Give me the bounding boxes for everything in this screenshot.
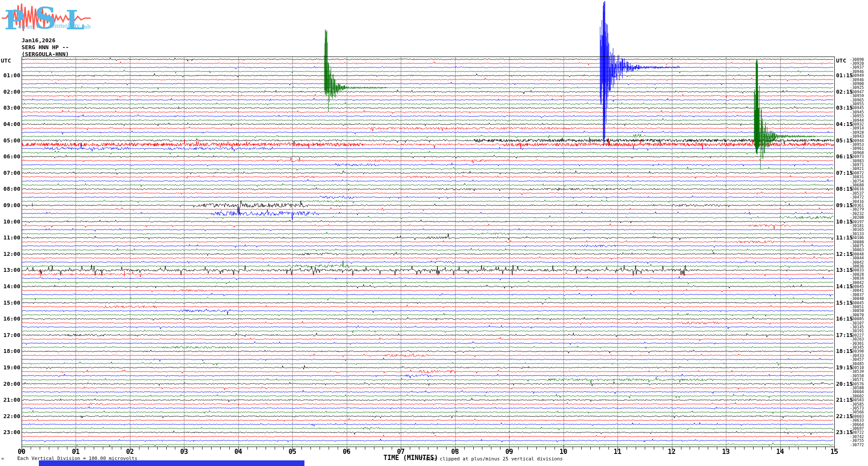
header-station: SERG HNN HP -- [22, 44, 69, 51]
left-hour-label: 21:00 [3, 397, 20, 403]
x-axis-tick-label: 00 [18, 448, 25, 456]
left-hour-label: 10:00 [3, 218, 20, 225]
x-axis-tick-label: 13 [722, 448, 730, 456]
footer-clip-note: Traces clipped at plus/minus 25 vertical… [420, 456, 563, 462]
logo-word-atras: atras [18, 23, 33, 30]
x-axis-tick-label: 10 [560, 448, 567, 456]
x-axis-tick-label: 09 [505, 448, 513, 456]
header-date: Jan16,2026 [22, 37, 69, 44]
left-hour-label: 08:00 [3, 186, 20, 192]
x-axis-tick-label: 15 [830, 448, 838, 456]
logo-letter-l: L [66, 4, 85, 35]
x-axis-tick-label: 01 [72, 448, 79, 456]
left-hour-label: 22:00 [3, 413, 20, 419]
left-hour-label: 11:00 [3, 234, 20, 241]
x-axis-tick-label: 08 [451, 448, 459, 456]
left-hour-label: 12:00 [3, 251, 20, 257]
utc-label-right: UTC [836, 57, 846, 64]
left-hour-label: 16:00 [3, 315, 20, 322]
webicorder-screen: P atras S eismology L ab Jan16,2026 SERG… [0, 0, 868, 466]
x-axis-tick-label: 14 [776, 448, 784, 456]
left-hour-label: 23:00 [3, 429, 20, 435]
x-axis-tick-label: 12 [668, 448, 676, 456]
x-axis-tick-label: 03 [180, 448, 188, 456]
left-hour-label: 14:00 [3, 283, 20, 290]
x-axis-tick-label: 05 [288, 448, 296, 456]
header-block: Jan16,2026 SERG HNN HP -- (SERGOULA-HNN) [22, 37, 69, 58]
utc-label-left: UTC [1, 57, 11, 64]
left-hour-label: 05:00 [3, 137, 20, 144]
psl-logo: P atras S eismology L ab [2, 1, 92, 35]
left-hour-label: 15:00 [3, 299, 20, 306]
logo-letter-p: P [4, 4, 25, 35]
left-hour-label: 04:00 [3, 121, 20, 127]
x-axis-tick-label: 02 [126, 448, 134, 456]
left-hour-label: 03:00 [3, 104, 20, 111]
left-hour-label: 06:00 [3, 153, 20, 160]
bottom-blue-bar [39, 460, 304, 466]
x-axis-tick-label: 04 [234, 448, 242, 456]
left-hour-label: 02:00 [3, 88, 20, 95]
x-axis-tick-label: 07 [397, 448, 405, 456]
left-hour-label: 18:00 [3, 348, 20, 354]
right-trace-value: -30772 [850, 443, 864, 447]
left-hour-label: 01:00 [3, 72, 20, 79]
left-hour-label: 13:00 [3, 267, 20, 273]
left-hour-label: 09:00 [3, 202, 20, 208]
logo-word-ab: ab [84, 23, 91, 30]
x-axis-tick-label: 11 [614, 448, 621, 456]
x-axis-tick-label: 06 [343, 448, 351, 456]
left-hour-label: 07:00 [3, 170, 20, 176]
header-station-name: (SERGOULA-HNN) [22, 51, 69, 58]
seismogram-canvas [0, 0, 868, 466]
left-hour-label: 20:00 [3, 381, 20, 387]
footer-left-mark: M [2, 457, 3, 461]
left-hour-label: 19:00 [3, 364, 20, 371]
logo-letter-s: S [35, 1, 57, 35]
left-hour-label: 17:00 [3, 332, 20, 338]
